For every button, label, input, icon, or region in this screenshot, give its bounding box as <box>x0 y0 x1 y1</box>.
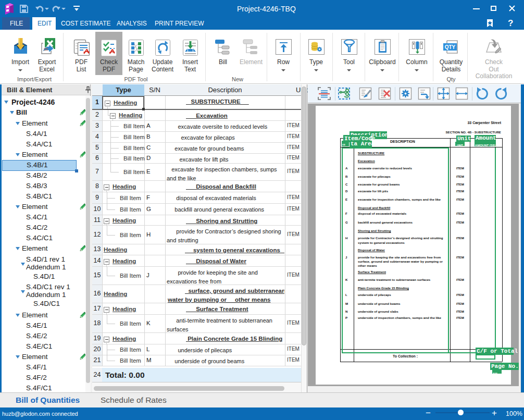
svg-text:QTY: QTY <box>445 44 456 50</box>
